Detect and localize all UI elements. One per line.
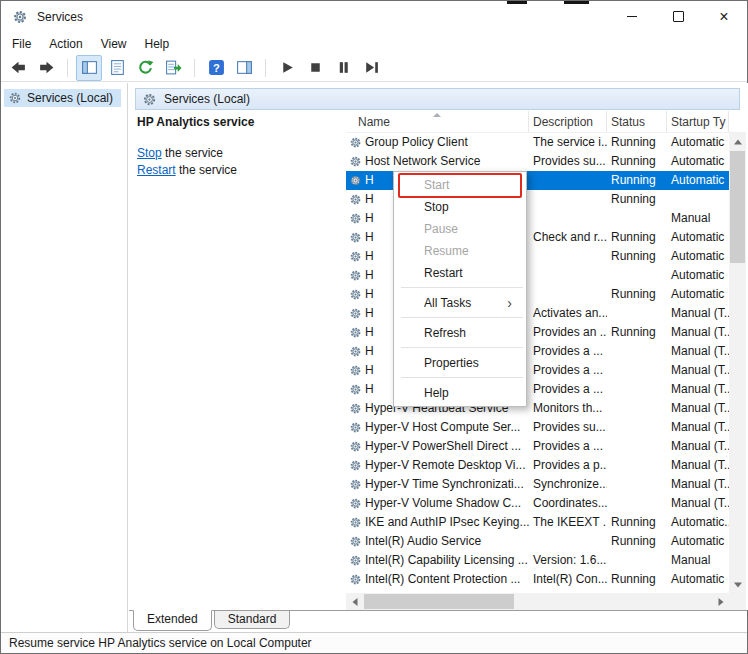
table-row[interactable]: Host Network ServiceProvides su...Runnin… — [346, 152, 729, 171]
show-console-tree-icon[interactable] — [76, 55, 102, 81]
service-action-line: Restart the service — [137, 162, 337, 179]
pause-service-icon[interactable] — [330, 55, 356, 81]
scroll-up-icon[interactable] — [729, 133, 746, 150]
table-row[interactable]: IKE and AuthIP IPsec Keying...The IKEEXT… — [346, 513, 729, 532]
service-name-text: Hyper-V PowerShell Direct ... — [365, 437, 521, 456]
menu-help[interactable]: Help — [136, 34, 179, 54]
service-gear-icon — [349, 288, 362, 301]
table-row[interactable]: Hyper-V Time Synchronizati...Synchronize… — [346, 475, 729, 494]
service-description-cell — [529, 266, 607, 285]
show-action-pane-icon[interactable] — [231, 55, 257, 81]
view-tabs: ExtendedStandard — [129, 610, 747, 632]
service-name-text: H — [365, 190, 374, 209]
scroll-right-icon[interactable] — [712, 593, 729, 610]
service-startup-cell: Automatic — [667, 228, 729, 247]
column-header-name[interactable]: Name — [346, 111, 529, 132]
refresh-icon[interactable] — [132, 55, 158, 81]
vertical-scrollbar-thumb[interactable] — [730, 151, 745, 263]
minimize-button[interactable] — [609, 1, 655, 32]
column-header-startup-ty[interactable]: Startup Ty — [667, 111, 729, 132]
column-header-description[interactable]: Description — [529, 111, 607, 132]
table-row[interactable]: Intel(R) Capability Licensing ...Version… — [346, 551, 729, 570]
menu-file[interactable]: File — [3, 34, 40, 54]
service-gear-icon — [349, 136, 362, 149]
scroll-down-icon[interactable] — [729, 576, 746, 593]
horizontal-scrollbar[interactable] — [346, 593, 729, 610]
service-name-text: H — [365, 323, 374, 342]
service-description-cell: Version: 1.6... — [529, 551, 607, 570]
services-window: Services × FileActionViewHelp ? Services… — [0, 0, 748, 654]
table-row[interactable]: Hyper-V PowerShell Direct ...Provides a … — [346, 437, 729, 456]
stop-service-link[interactable]: Stop — [137, 146, 162, 160]
service-status-cell: Running — [607, 532, 667, 551]
service-gear-icon — [349, 250, 362, 263]
service-status-cell — [607, 551, 667, 570]
service-description-cell: Intel(R) Con... — [529, 570, 607, 589]
table-row[interactable]: Hyper-V Remote Desktop Vi...Provides a p… — [346, 456, 729, 475]
tree-item-services-local[interactable]: Services (Local) — [4, 89, 121, 107]
menu-action[interactable]: Action — [40, 34, 91, 54]
service-status-cell — [607, 361, 667, 380]
close-button[interactable]: × — [701, 1, 747, 32]
service-name-cell: IKE and AuthIP IPsec Keying... — [346, 513, 529, 532]
stop-service-icon[interactable] — [302, 55, 328, 81]
service-description-cell — [529, 209, 607, 228]
submenu-arrow-icon: › — [507, 292, 512, 314]
column-header-status[interactable]: Status — [607, 111, 667, 132]
service-description-cell: Monitors th... — [529, 399, 607, 418]
context-menu-item-help[interactable]: Help — [394, 382, 526, 404]
close-icon: × — [719, 9, 728, 25]
service-status-cell — [607, 418, 667, 437]
toolbar-separator — [67, 59, 68, 77]
context-menu-item-all-tasks[interactable]: All Tasks› — [394, 292, 526, 314]
svg-text:?: ? — [213, 62, 220, 74]
table-row[interactable]: Group Policy ClientThe service i...Runni… — [346, 133, 729, 152]
properties-icon[interactable] — [104, 55, 130, 81]
service-gear-icon — [349, 383, 362, 396]
menu-separator — [401, 347, 523, 348]
context-menu-item-refresh[interactable]: Refresh — [394, 322, 526, 344]
context-menu-item-resume[interactable]: Resume — [394, 240, 526, 262]
scroll-left-icon[interactable] — [346, 593, 363, 610]
toolbar-separator — [265, 59, 266, 77]
table-row[interactable]: Intel(R) Audio ServiceRunningAutomatic — [346, 532, 729, 551]
service-action-links: Stop the serviceRestart the service — [137, 145, 337, 179]
table-row[interactable]: Intel(R) Content Protection ...Intel(R) … — [346, 570, 729, 589]
service-name-text: H — [365, 266, 374, 285]
menu-view[interactable]: View — [92, 34, 136, 54]
titlebar[interactable]: Services × — [1, 1, 747, 33]
service-name-cell: Hyper-V Time Synchronizati... — [346, 475, 529, 494]
service-name-cell: Intel(R) Audio Service — [346, 532, 529, 551]
horizontal-scrollbar-thumb[interactable] — [364, 594, 514, 609]
context-menu-item-properties[interactable]: Properties — [394, 352, 526, 374]
column-header-label: Description — [533, 115, 593, 129]
column-header-label: Status — [611, 115, 645, 129]
table-row[interactable]: Hyper-V Volume Shadow C...Coordinates...… — [346, 494, 729, 513]
service-startup-cell: Manual (T... — [667, 361, 729, 380]
service-description-cell: Provides su... — [529, 152, 607, 171]
service-name-text: Intel(R) Capability Licensing ... — [365, 551, 528, 570]
service-gear-icon — [349, 269, 362, 282]
help-icon[interactable]: ? — [203, 55, 229, 81]
context-menu-item-restart[interactable]: Restart — [394, 262, 526, 284]
table-row[interactable]: Hyper-V Host Compute Ser...Provides su..… — [346, 418, 729, 437]
back-icon[interactable] — [5, 55, 31, 81]
start-service-icon[interactable] — [274, 55, 300, 81]
context-menu-item-stop[interactable]: Stop — [394, 196, 526, 218]
window-controls: × — [609, 1, 747, 33]
tab-standard[interactable]: Standard — [214, 611, 291, 629]
export-list-icon[interactable] — [160, 55, 186, 81]
service-description-cell: Provides a p... — [529, 456, 607, 475]
maximize-button[interactable] — [655, 1, 701, 32]
service-status-cell: Running — [607, 513, 667, 532]
service-startup-cell: Manual — [667, 551, 729, 570]
tab-extended[interactable]: Extended — [133, 610, 212, 631]
context-menu-item-pause[interactable]: Pause — [394, 218, 526, 240]
context-menu-item-start[interactable]: Start — [394, 174, 526, 196]
forward-icon[interactable] — [33, 55, 59, 81]
vertical-scrollbar[interactable] — [729, 133, 746, 593]
restart-service-icon[interactable] — [358, 55, 384, 81]
service-status-cell — [607, 456, 667, 475]
service-name-cell: Hyper-V Remote Desktop Vi... — [346, 456, 529, 475]
restart-service-link[interactable]: Restart — [137, 163, 176, 177]
